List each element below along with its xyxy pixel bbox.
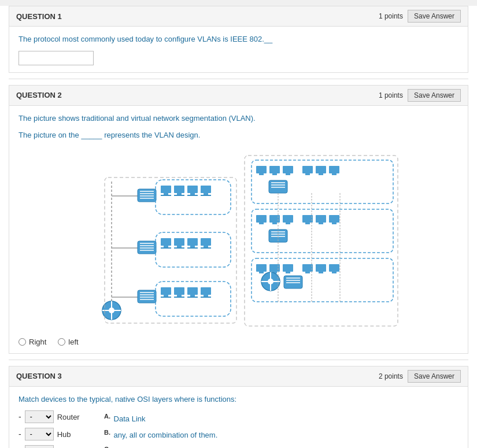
question-1-save-button[interactable]: Save Answer [408, 10, 461, 23]
question-3-body: Match devices to the typical, native OSI… [9, 387, 468, 449]
match-row-switch: - - A B C D Switch [19, 445, 87, 448]
svg-rect-40 [174, 238, 184, 246]
divider-1 [9, 79, 468, 79]
svg-rect-105 [302, 264, 313, 272]
radio-left-input[interactable] [58, 338, 65, 346]
divider-2 [9, 360, 468, 360]
svg-rect-91 [319, 223, 323, 224]
page-container: QUESTION 1 1 points Save Answer The prot… [0, 6, 477, 448]
svg-rect-71 [302, 166, 313, 173]
question-3-text: Match devices to the typical, native OSI… [19, 394, 458, 405]
svg-rect-44 [190, 246, 195, 247]
svg-point-114 [268, 279, 273, 284]
svg-rect-73 [316, 166, 326, 173]
svg-rect-41 [177, 246, 182, 247]
svg-rect-24 [161, 186, 171, 193]
answer-c: C. Network [104, 446, 217, 448]
match-row-hub: - - A B C D Hub [19, 428, 87, 440]
question-1-header: QUESTION 1 1 points Save Answer [9, 6, 468, 27]
question-1-body: The protocol most commonly used today to… [9, 27, 468, 72]
radio-options: Right left [19, 338, 458, 346]
question-2-block: QUESTION 2 1 points Save Answer The pict… [9, 85, 468, 354]
svg-rect-92 [329, 215, 339, 223]
svg-rect-39 [161, 247, 171, 249]
svg-rect-55 [174, 297, 184, 298]
svg-rect-75 [329, 166, 339, 173]
svg-rect-58 [187, 297, 198, 298]
label-router: Router [57, 413, 80, 421]
svg-rect-35 [201, 195, 211, 196]
match-right-items: A. Data Link B. any, all or combination … [104, 413, 217, 448]
network-diagram [77, 147, 401, 332]
question-3-points-area: 2 points Save Answer [379, 370, 461, 383]
svg-rect-45 [187, 247, 198, 249]
label-hub: Hub [57, 430, 71, 439]
svg-rect-42 [174, 247, 184, 249]
svg-rect-56 [187, 287, 198, 295]
radio-right-option[interactable]: Right [19, 338, 46, 346]
svg-rect-30 [187, 186, 198, 193]
question-1-title: QUESTION 1 [16, 12, 62, 21]
svg-rect-63 [245, 155, 398, 326]
svg-rect-38 [164, 246, 168, 247]
svg-rect-90 [316, 215, 326, 223]
answer-b: B. any, all or combination of them. [104, 429, 217, 439]
svg-rect-48 [201, 247, 211, 249]
svg-rect-93 [332, 223, 337, 224]
svg-rect-33 [201, 186, 211, 193]
svg-rect-103 [283, 264, 293, 272]
svg-rect-66 [259, 173, 264, 175]
select-hub[interactable]: - A B C D [25, 428, 54, 440]
question-1-input[interactable] [19, 51, 94, 65]
svg-rect-107 [316, 264, 326, 272]
svg-rect-74 [319, 173, 323, 175]
svg-rect-67 [269, 166, 280, 173]
svg-rect-72 [305, 173, 310, 175]
radio-left-option[interactable]: left [58, 338, 78, 346]
svg-rect-82 [256, 215, 267, 223]
question-2-points-area: 1 points Save Answer [379, 89, 461, 102]
svg-rect-100 [259, 272, 264, 273]
svg-rect-88 [302, 215, 313, 223]
select-switch[interactable]: - A B C D [25, 445, 54, 448]
svg-rect-28 [177, 193, 182, 195]
answer-b-text: any, all or combination of them. [114, 431, 218, 440]
select-router[interactable]: - A B C D [25, 410, 54, 423]
radio-right-input[interactable] [19, 338, 26, 346]
svg-rect-26 [161, 195, 171, 196]
svg-rect-108 [319, 272, 323, 273]
question-2-body: The picture shows traditional and virtua… [9, 106, 468, 353]
svg-point-22 [109, 308, 114, 313]
question-3-points: 2 points [379, 372, 403, 380]
question-1-text: The protocol most commonly used today to… [19, 34, 458, 45]
radio-left-label: left [68, 338, 78, 346]
svg-rect-99 [256, 264, 267, 272]
svg-rect-70 [286, 173, 290, 175]
match-container: - - A B C D Router - - [19, 410, 458, 448]
question-1-points: 1 points [379, 12, 403, 20]
svg-rect-62 [105, 177, 236, 323]
question-3-title: QUESTION 3 [16, 372, 62, 380]
svg-rect-101 [269, 264, 280, 272]
svg-rect-65 [256, 166, 267, 173]
svg-rect-25 [164, 193, 168, 195]
svg-rect-23 [156, 180, 231, 214]
svg-rect-47 [204, 246, 208, 247]
answer-c-letter: C. [104, 446, 110, 448]
question-2-save-button[interactable]: Save Answer [408, 89, 461, 102]
answer-a: A. Data Link [104, 413, 217, 423]
radio-right-label: Right [29, 338, 46, 346]
svg-rect-83 [259, 223, 264, 224]
question-3-save-button[interactable]: Save Answer [408, 370, 461, 383]
question-1-block: QUESTION 1 1 points Save Answer The prot… [9, 6, 468, 73]
match-row-router: - - A B C D Router [19, 410, 87, 423]
dash-hub: - [19, 430, 21, 439]
network-svg [77, 147, 401, 332]
svg-rect-54 [177, 295, 182, 297]
svg-rect-60 [204, 295, 208, 297]
question-2-text-line1: The picture shows traditional and virtua… [19, 113, 458, 124]
svg-rect-36 [156, 232, 231, 267]
svg-rect-34 [204, 193, 208, 195]
svg-rect-29 [174, 195, 184, 196]
svg-rect-76 [332, 173, 337, 175]
